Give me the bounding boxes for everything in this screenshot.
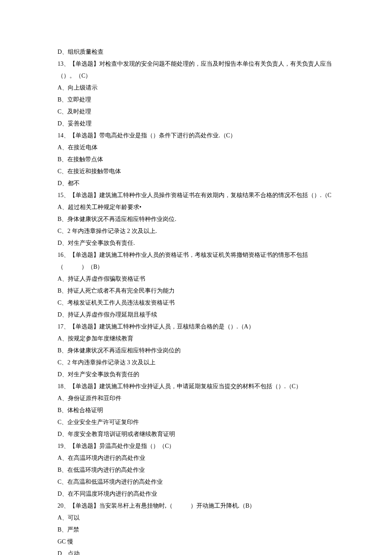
text-line: 14、【单选题】带电高处作业是指（）条件下进行的高处作业.（C） xyxy=(58,130,334,142)
text-line: A、向上级请示 xyxy=(58,82,334,94)
text-line: D、对生产安全事故负有责任的 xyxy=(58,369,334,381)
text-line: B、在低温环境内进行的高处作业 xyxy=(58,464,334,476)
text-line: C、企业安全生产许可证复印件 xyxy=(58,416,334,428)
text-line: 20、【单选题】当安装吊杆上有悬挂物时,（ ）开动施工升降机.（B） xyxy=(58,500,334,512)
question-document: D、组织质量检查13、【单选题】对检查中发现的安全问题不能处理的，应当及时报告本… xyxy=(58,46,334,555)
text-line: 17、【单选题】建筑施工特种作业持证人员，豆核结果合格的是（）.（A） xyxy=(58,321,334,333)
text-line: B、持证人死亡或者不具有完全民事行为能力 xyxy=(58,285,334,297)
text-line: C、在高温和低温环境内进行的高处作业 xyxy=(58,476,334,488)
text-line: D、持证人弄虚作假办理延期且核手续 xyxy=(58,309,334,321)
text-line: B、在接触带点体 xyxy=(58,154,334,166)
text-line: D、对生产安全事故负有责任. xyxy=(58,237,334,249)
text-line: A、按规定参加年度继续教育 xyxy=(58,333,334,345)
text-line: D、都不 xyxy=(58,177,334,189)
text-line: A、在高温环境内进行的高处作业 xyxy=(58,452,334,464)
text-line: B、身体健康状况不再适应相应特种作业岗位的 xyxy=(58,345,334,357)
text-line: A、在接近电体 xyxy=(58,142,334,154)
text-line: D、年度安全教育培训证明或者继续教育证明 xyxy=(58,428,334,440)
text-line: C、及时处理 xyxy=(58,106,334,118)
text-line: B、身体健康状况不再适应相应特种作业岗位. xyxy=(58,213,334,225)
text-line: D、组织质量检查 xyxy=(58,46,334,58)
text-line: C、2 年内违章操作记录达 2 次及以上. xyxy=(58,225,334,237)
text-line: 13、【单选题】对检查中发现的安全问题不能处理的，应当及时报告本单位有关负责人，… xyxy=(58,58,334,82)
text-line: D、点动 xyxy=(58,548,334,555)
text-line: A、可以 xyxy=(58,512,334,524)
text-line: A、持证人弄虚作假骗取资格证书 xyxy=(58,273,334,285)
text-line: B、立即处理 xyxy=(58,94,334,106)
text-line: A、超过相关工种规定年龄要求• xyxy=(58,201,334,213)
text-line: 18、【单选题】建筑施工特种作业持证人员，申请延期复核应当提交的材料不包括（）.… xyxy=(58,381,334,392)
text-line: D、妥善处理 xyxy=(58,118,334,130)
text-line: D、在不同温度环境内进行的高处作业 xyxy=(58,488,334,500)
text-line: C、在接近和接触带电体 xyxy=(58,166,334,177)
text-line: C、考核发证机关工作人员违法核发资格证书 xyxy=(58,297,334,309)
text-line: B、严禁 xyxy=(58,524,334,536)
text-line: 19、【单选题】异温高处作业是指（）（C） xyxy=(58,440,334,452)
text-line: 15、【单选题】建筑施工特种作业人员操作资格证书在有效期内，复核结果不合格的情况… xyxy=(58,189,334,201)
text-line: B、体检合格证明 xyxy=(58,404,334,416)
text-line: 16、【单选题】建筑施工特种作业人员的资格证书，考核发证机关将撤销资格证书的情形… xyxy=(58,249,334,273)
text-line: GC 慢 xyxy=(58,536,334,548)
text-line: A、身份证原件和豆印件 xyxy=(58,392,334,404)
text-line: C、2 年内违章操作记录达 3 次及以上 xyxy=(58,357,334,369)
